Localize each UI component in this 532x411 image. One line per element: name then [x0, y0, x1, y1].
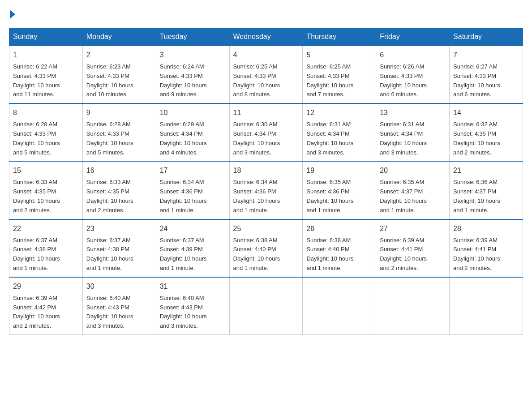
day-number: 3	[160, 50, 226, 60]
day-info: Sunrise: 6:30 AMSunset: 4:34 PMDaylight:…	[233, 120, 299, 157]
calendar-cell: 1Sunrise: 6:22 AMSunset: 4:33 PMDaylight…	[9, 46, 83, 103]
day-number: 19	[306, 165, 372, 176]
calendar-cell: 20Sunrise: 6:35 AMSunset: 4:37 PMDayligh…	[376, 161, 450, 219]
calendar-week-row: 1Sunrise: 6:22 AMSunset: 4:33 PMDaylight…	[9, 46, 523, 103]
calendar-cell: 27Sunrise: 6:39 AMSunset: 4:41 PMDayligh…	[376, 219, 450, 277]
day-info: Sunrise: 6:24 AMSunset: 4:33 PMDaylight:…	[160, 62, 226, 99]
day-info: Sunrise: 6:39 AMSunset: 4:41 PMDaylight:…	[380, 236, 446, 273]
day-number: 28	[453, 223, 519, 234]
column-header-wednesday: Wednesday	[229, 28, 303, 46]
calendar-table: SundayMondayTuesdayWednesdayThursdayFrid…	[9, 28, 523, 335]
day-info: Sunrise: 6:34 AMSunset: 4:36 PMDaylight:…	[233, 178, 299, 215]
day-number: 22	[13, 223, 79, 234]
calendar-week-row: 15Sunrise: 6:33 AMSunset: 4:35 PMDayligh…	[9, 161, 523, 219]
day-number: 10	[160, 107, 226, 118]
day-number: 8	[13, 107, 79, 118]
day-info: Sunrise: 6:37 AMSunset: 4:38 PMDaylight:…	[13, 236, 79, 273]
column-header-sunday: Sunday	[9, 28, 83, 46]
day-info: Sunrise: 6:40 AMSunset: 4:43 PMDaylight:…	[86, 294, 152, 331]
calendar-cell: 12Sunrise: 6:31 AMSunset: 4:34 PMDayligh…	[303, 103, 376, 161]
calendar-cell: 22Sunrise: 6:37 AMSunset: 4:38 PMDayligh…	[9, 219, 83, 277]
day-info: Sunrise: 6:23 AMSunset: 4:33 PMDaylight:…	[86, 62, 152, 99]
calendar-cell: 24Sunrise: 6:37 AMSunset: 4:39 PMDayligh…	[156, 219, 229, 277]
calendar-cell: 4Sunrise: 6:25 AMSunset: 4:33 PMDaylight…	[229, 46, 303, 103]
day-number: 18	[233, 165, 299, 176]
day-info: Sunrise: 6:28 AMSunset: 4:33 PMDaylight:…	[86, 120, 152, 157]
logo-triangle-icon	[10, 10, 15, 19]
calendar-cell: 11Sunrise: 6:30 AMSunset: 4:34 PMDayligh…	[229, 103, 303, 161]
day-number: 1	[13, 50, 79, 60]
column-header-friday: Friday	[376, 28, 450, 46]
calendar-cell: 9Sunrise: 6:28 AMSunset: 4:33 PMDaylight…	[82, 103, 156, 161]
day-info: Sunrise: 6:31 AMSunset: 4:34 PMDaylight:…	[380, 120, 446, 157]
day-info: Sunrise: 6:38 AMSunset: 4:40 PMDaylight:…	[233, 236, 299, 273]
day-info: Sunrise: 6:31 AMSunset: 4:34 PMDaylight:…	[306, 120, 372, 157]
day-info: Sunrise: 6:25 AMSunset: 4:33 PMDaylight:…	[306, 62, 372, 99]
column-header-saturday: Saturday	[450, 28, 523, 46]
day-info: Sunrise: 6:40 AMSunset: 4:43 PMDaylight:…	[160, 294, 226, 331]
calendar-week-row: 22Sunrise: 6:37 AMSunset: 4:38 PMDayligh…	[9, 219, 523, 277]
calendar-cell: 28Sunrise: 6:39 AMSunset: 4:41 PMDayligh…	[450, 219, 523, 277]
calendar-cell: 13Sunrise: 6:31 AMSunset: 4:34 PMDayligh…	[376, 103, 450, 161]
day-number: 23	[86, 223, 152, 234]
day-number: 2	[86, 50, 152, 60]
day-info: Sunrise: 6:36 AMSunset: 4:37 PMDaylight:…	[453, 178, 519, 215]
calendar-cell: 21Sunrise: 6:36 AMSunset: 4:37 PMDayligh…	[450, 161, 523, 219]
logo	[9, 9, 15, 19]
calendar-header-row: SundayMondayTuesdayWednesdayThursdayFrid…	[9, 28, 523, 46]
day-number: 31	[160, 281, 226, 292]
day-number: 24	[160, 223, 226, 234]
page-header	[9, 9, 523, 19]
calendar-week-row: 29Sunrise: 6:39 AMSunset: 4:42 PMDayligh…	[9, 277, 523, 335]
day-info: Sunrise: 6:37 AMSunset: 4:39 PMDaylight:…	[160, 236, 226, 273]
day-info: Sunrise: 6:27 AMSunset: 4:33 PMDaylight:…	[453, 62, 519, 99]
day-number: 15	[13, 165, 79, 176]
day-number: 14	[453, 107, 519, 118]
day-number: 12	[306, 107, 372, 118]
day-number: 9	[86, 107, 152, 118]
calendar-cell: 29Sunrise: 6:39 AMSunset: 4:42 PMDayligh…	[9, 277, 83, 335]
day-number: 5	[306, 50, 372, 60]
calendar-cell: 18Sunrise: 6:34 AMSunset: 4:36 PMDayligh…	[229, 161, 303, 219]
calendar-cell	[450, 277, 523, 335]
day-number: 7	[453, 50, 519, 60]
day-number: 6	[380, 50, 446, 60]
day-number: 4	[233, 50, 299, 60]
day-info: Sunrise: 6:35 AMSunset: 4:37 PMDaylight:…	[380, 178, 446, 215]
column-header-tuesday: Tuesday	[156, 28, 229, 46]
day-info: Sunrise: 6:33 AMSunset: 4:35 PMDaylight:…	[86, 178, 152, 215]
day-info: Sunrise: 6:33 AMSunset: 4:35 PMDaylight:…	[13, 178, 79, 215]
day-info: Sunrise: 6:26 AMSunset: 4:33 PMDaylight:…	[380, 62, 446, 99]
day-info: Sunrise: 6:22 AMSunset: 4:33 PMDaylight:…	[13, 62, 79, 99]
day-number: 30	[86, 281, 152, 292]
day-number: 20	[380, 165, 446, 176]
day-number: 11	[233, 107, 299, 118]
calendar-cell: 7Sunrise: 6:27 AMSunset: 4:33 PMDaylight…	[450, 46, 523, 103]
day-info: Sunrise: 6:35 AMSunset: 4:36 PMDaylight:…	[306, 178, 372, 215]
day-info: Sunrise: 6:39 AMSunset: 4:42 PMDaylight:…	[13, 294, 79, 331]
day-number: 16	[86, 165, 152, 176]
day-info: Sunrise: 6:39 AMSunset: 4:41 PMDaylight:…	[453, 236, 519, 273]
day-number: 25	[233, 223, 299, 234]
calendar-cell: 31Sunrise: 6:40 AMSunset: 4:43 PMDayligh…	[156, 277, 229, 335]
day-info: Sunrise: 6:37 AMSunset: 4:38 PMDaylight:…	[86, 236, 152, 273]
calendar-cell: 6Sunrise: 6:26 AMSunset: 4:33 PMDaylight…	[376, 46, 450, 103]
column-header-monday: Monday	[82, 28, 156, 46]
day-number: 26	[306, 223, 372, 234]
calendar-cell	[376, 277, 450, 335]
day-info: Sunrise: 6:25 AMSunset: 4:33 PMDaylight:…	[233, 62, 299, 99]
day-number: 17	[160, 165, 226, 176]
day-number: 13	[380, 107, 446, 118]
day-info: Sunrise: 6:38 AMSunset: 4:40 PMDaylight:…	[306, 236, 372, 273]
calendar-cell: 30Sunrise: 6:40 AMSunset: 4:43 PMDayligh…	[82, 277, 156, 335]
logo-blue-part	[9, 9, 15, 19]
day-info: Sunrise: 6:29 AMSunset: 4:34 PMDaylight:…	[160, 120, 226, 157]
day-number: 29	[13, 281, 79, 292]
day-info: Sunrise: 6:32 AMSunset: 4:35 PMDaylight:…	[453, 120, 519, 157]
calendar-cell: 26Sunrise: 6:38 AMSunset: 4:40 PMDayligh…	[303, 219, 376, 277]
calendar-cell: 5Sunrise: 6:25 AMSunset: 4:33 PMDaylight…	[303, 46, 376, 103]
calendar-cell: 2Sunrise: 6:23 AMSunset: 4:33 PMDaylight…	[82, 46, 156, 103]
calendar-week-row: 8Sunrise: 6:28 AMSunset: 4:33 PMDaylight…	[9, 103, 523, 161]
day-number: 27	[380, 223, 446, 234]
calendar-cell	[229, 277, 303, 335]
